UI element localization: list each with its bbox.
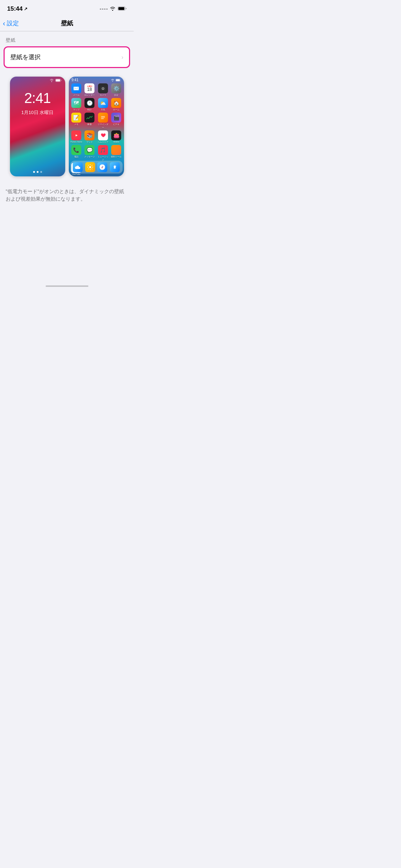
location-icon: ↗: [24, 6, 27, 11]
chevron-right-icon: ›: [122, 54, 123, 61]
svg-line-26: [88, 169, 89, 169]
wifi-icon: [110, 6, 115, 12]
status-icons: [100, 6, 127, 12]
app-clock: 🕐 時計: [83, 98, 96, 112]
app-itunes: iTunes Store: [70, 130, 83, 144]
svg-rect-5: [116, 79, 120, 81]
nav-bar: ‹ 設定 壁紙: [0, 16, 134, 31]
note-text: "低電力モード"がオンのときは、ダイナミックの壁紙および視差効果が無効になります…: [0, 182, 134, 211]
app-music: 🎵 ミュージック: [97, 145, 109, 162]
homescreen-preview[interactable]: 9:41 ✉️ メール: [69, 77, 124, 176]
lockscreen-page-dots: [10, 171, 65, 173]
app-calendar: 火曜日 18 カレンダー: [83, 83, 96, 97]
homescreen-status-icons: [111, 79, 121, 82]
app-phone: 📞 電話: [70, 145, 83, 162]
homescreen-dock: [70, 161, 123, 174]
app-tools: 便利ツール: [110, 145, 123, 162]
page-title: 壁紙: [61, 19, 73, 27]
app-settings: ⚙️ 設定: [110, 83, 123, 97]
back-button[interactable]: ‹ 設定: [3, 19, 19, 27]
app-video: 🎬 ビデオ: [110, 113, 123, 129]
app-notes: 📝 メモ: [70, 113, 83, 129]
app-weather: ⛅ 天気: [97, 98, 109, 112]
battery-icon: [118, 6, 127, 12]
wallpaper-row-label: 壁紙を選択: [10, 53, 41, 61]
app-wallet: 👛 Wallet: [110, 130, 123, 144]
wallpaper-select-row[interactable]: 壁紙を選択 ›: [4, 46, 130, 68]
dock-icloud: [73, 162, 83, 172]
lock-dot-3: [40, 171, 42, 173]
lockscreen-preview[interactable]: 2:41 1月10日 水曜日: [10, 77, 65, 176]
dock-appstore: [110, 162, 120, 172]
home-indicator: [0, 283, 134, 291]
home-indicator-bar: [46, 285, 88, 287]
dock-safari: [97, 162, 107, 172]
app-stocks: 株価: [83, 113, 96, 129]
back-label: 設定: [7, 19, 19, 27]
svg-rect-3: [56, 79, 60, 82]
lockscreen-time: 2:41: [10, 90, 65, 106]
app-reminders: リマインダー: [97, 113, 109, 129]
svg-line-25: [92, 165, 92, 166]
app-home: 🏠 ホーム: [110, 98, 123, 112]
back-chevron-icon: ‹: [3, 19, 5, 27]
lockscreen-date: 1月10日 水曜日: [10, 109, 65, 116]
bottom-spacer: [0, 211, 134, 283]
status-time: 15:44 ↗: [7, 5, 27, 12]
app-books: 📚 ブック: [83, 130, 96, 144]
app-maps: 🗺 マップ: [70, 98, 83, 112]
lockscreen-status-icons: [50, 79, 62, 82]
wallpaper-preview-area: 2:41 1月10日 水曜日 9:41: [0, 68, 134, 182]
svg-line-23: [88, 165, 89, 166]
lock-dot-1: [33, 171, 35, 173]
status-bar: 15:44 ↗: [0, 0, 134, 16]
section-label: 壁紙: [0, 31, 134, 46]
svg-point-18: [89, 166, 91, 168]
homescreen-time: 9:41: [72, 78, 78, 82]
homescreen-status-bar: 9:41: [69, 77, 124, 83]
homescreen-background: 9:41 ✉️ メール: [69, 77, 124, 176]
app-mail: ✉️ メール: [70, 83, 83, 97]
dock-photos: [85, 162, 95, 172]
svg-line-24: [92, 169, 92, 169]
app-camera: カメラ: [97, 83, 109, 97]
app-messages: 💬 メッセージ: [83, 145, 96, 162]
signal-icon: [100, 9, 108, 10]
app-health: ヘルスケア: [97, 130, 109, 144]
lockscreen-background: 2:41 1月10日 水曜日: [10, 77, 65, 176]
lock-dot-2: [37, 171, 38, 173]
svg-rect-1: [118, 7, 124, 10]
svg-rect-8: [102, 87, 104, 88]
svg-rect-6: [101, 87, 105, 90]
